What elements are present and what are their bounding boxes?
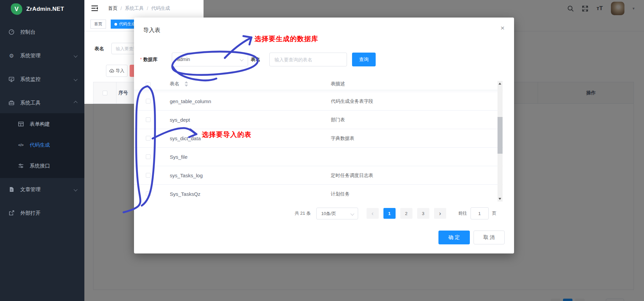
sidebar-item-dashboard[interactable]: 控制台 xyxy=(0,23,84,41)
breadcrumb: 首页 / 系统工具 / 代码生成 xyxy=(108,0,170,17)
external-link-icon xyxy=(8,210,15,216)
sidebar-item-system-api[interactable]: 系统接口 xyxy=(0,156,84,175)
code-icon: </> xyxy=(18,142,24,148)
dialog-title: 导入表 xyxy=(143,26,160,34)
row-checkbox[interactable] xyxy=(146,173,151,178)
row-table-desc: 计划任务 xyxy=(331,185,350,202)
cloud-upload-icon xyxy=(109,69,114,73)
row-checkbox[interactable] xyxy=(146,191,151,196)
chevron-down-icon xyxy=(74,187,77,191)
brand-logo-icon: V xyxy=(11,3,22,15)
sidebar-item-label: 系统管理 xyxy=(20,53,41,59)
pagination-unit-label: 页 xyxy=(492,210,497,216)
pagination-page-3[interactable]: 3 xyxy=(417,208,429,219)
sidebar-item-system-monitor[interactable]: 系统监控 xyxy=(0,70,84,89)
database-select-value: admin xyxy=(177,53,190,66)
sidebar-collapse-icon[interactable] xyxy=(91,5,98,13)
import-table-dialog: 导入表 × *数据库 admin 表名 查询 表名 表描述 gen_table_… xyxy=(134,18,514,253)
tag-code-generation-label: 代码生成 xyxy=(119,21,135,27)
sidebar: V ZrAdmin.NET 控制台 ⚙ 系统管理 系统监控 系统工具 表单构建 xyxy=(0,0,84,301)
pagination-next-button[interactable]: › xyxy=(434,208,446,219)
page-query-label: 表名 xyxy=(95,46,104,52)
scroll-down-icon[interactable] xyxy=(499,198,501,200)
col-table-name[interactable]: 表名 xyxy=(170,81,179,87)
row-table-name: Sys_TasksQz xyxy=(170,185,200,202)
dashboard-icon xyxy=(8,29,15,35)
col-table-desc: 表描述 xyxy=(331,81,345,87)
app-screen: 首页 / 系统工具 / 代码生成 тT ▾ 首页 代码生成 表 xyxy=(0,0,644,301)
dialog-table-body: gen_table_column 代码生成业务表字段 sys_dept 部门表 … xyxy=(134,90,503,202)
page-col-index: 序号 xyxy=(118,90,128,96)
sidebar-item-label: 控制台 xyxy=(20,29,35,35)
table-scrollbar[interactable] xyxy=(498,81,503,202)
close-icon[interactable]: × xyxy=(501,24,505,31)
chevron-down-icon xyxy=(74,54,77,57)
chevron-down-icon xyxy=(350,212,354,215)
import-button[interactable]: 导入 xyxy=(106,65,128,77)
breadcrumb-separator: / xyxy=(120,6,122,11)
row-checkbox[interactable] xyxy=(146,99,151,103)
sliders-icon xyxy=(18,162,24,169)
select-all-checkbox[interactable] xyxy=(146,82,151,87)
sort-carets-icon[interactable] xyxy=(185,81,188,88)
row-checkbox[interactable] xyxy=(146,117,151,122)
row-table-name: gen_table_column xyxy=(170,92,211,111)
row-checkbox[interactable] xyxy=(146,136,151,141)
sidebar-item-code-generation[interactable]: </> 代码生成 xyxy=(0,136,84,154)
page-size-select[interactable]: 10条/页 xyxy=(316,208,358,219)
row-table-name: sys_dict_data xyxy=(170,129,201,148)
pagination-goto-label: 前往 xyxy=(458,210,467,216)
sidebar-item-label: 表单构建 xyxy=(30,121,50,127)
table-name-label: 表名 xyxy=(251,53,260,66)
monitor-icon xyxy=(8,76,15,83)
sidebar-item-label: 文章管理 xyxy=(20,186,41,193)
tag-home[interactable]: 首页 xyxy=(90,20,106,29)
brand-name: ZrAdmin.NET xyxy=(26,6,64,12)
brand-area[interactable]: V ZrAdmin.NET xyxy=(0,0,84,18)
scrollbar-thumb[interactable] xyxy=(498,117,503,154)
document-icon xyxy=(8,186,15,193)
table-row[interactable]: sys_dict_data 字典数据表 xyxy=(134,129,503,148)
column-divider xyxy=(116,82,116,104)
row-table-desc: 代码生成业务表字段 xyxy=(331,92,373,111)
table-name-input[interactable] xyxy=(269,53,347,66)
search-button[interactable]: 查询 xyxy=(352,53,376,66)
scroll-up-icon[interactable] xyxy=(499,83,501,85)
table-row[interactable]: sys_Tasks_log 定时任务调度日志表 xyxy=(134,166,503,185)
pagination-total: 共 21 条 xyxy=(295,210,311,216)
table-row[interactable]: sys_dept 部门表 xyxy=(134,111,503,129)
pagination-page-1[interactable]: 1 xyxy=(383,208,396,219)
sidebar-item-system-tools[interactable]: 系统工具 xyxy=(0,93,84,112)
import-button-label: 导入 xyxy=(116,68,125,74)
table-row[interactable]: gen_table_column 代码生成业务表字段 xyxy=(134,92,503,111)
pagination-page-2[interactable]: 2 xyxy=(400,208,412,219)
pagination-prev-button[interactable]: ‹ xyxy=(367,208,379,219)
table-row[interactable]: Sys_file xyxy=(134,148,503,166)
sidebar-item-system-management[interactable]: ⚙ 系统管理 xyxy=(0,46,84,65)
database-select[interactable]: admin xyxy=(172,53,248,66)
active-tag-dot xyxy=(114,23,117,26)
row-checkbox[interactable] xyxy=(146,154,151,159)
sidebar-item-form-builder[interactable]: 表单构建 xyxy=(0,115,84,133)
breadcrumb-page: 代码生成 xyxy=(151,5,170,11)
sidebar-item-label: 系统监控 xyxy=(20,76,41,83)
system-tools-submenu: 表单构建 </> 代码生成 系统接口 xyxy=(0,113,84,178)
breadcrumb-section: 系统工具 xyxy=(125,5,144,11)
database-label: *数据库 xyxy=(140,53,157,66)
pagination-goto-input[interactable] xyxy=(471,207,489,219)
table-row[interactable]: Sys_TasksQz 计划任务 xyxy=(134,185,503,202)
sidebar-item-label: 代码生成 xyxy=(30,142,50,148)
chevron-down-icon xyxy=(240,57,243,61)
dialog-pagination: 共 21 条 10条/页 ‹ 1 2 3 › 前往 页 xyxy=(295,207,497,219)
sidebar-item-external-link[interactable]: 外部打开 xyxy=(0,204,84,222)
confirm-button[interactable]: 确 定 xyxy=(438,231,470,244)
cancel-button[interactable]: 取 消 xyxy=(474,231,505,244)
select-all-checkbox[interactable] xyxy=(103,91,107,95)
row-table-name: sys_Tasks_log xyxy=(170,166,203,185)
sidebar-item-articles[interactable]: 文章管理 xyxy=(0,180,84,199)
breadcrumb-home[interactable]: 首页 xyxy=(108,5,117,11)
row-table-name: sys_dept xyxy=(170,111,190,129)
dialog-table-header: 表名 表描述 xyxy=(134,79,503,90)
row-table-desc: 字典数据表 xyxy=(331,129,354,148)
row-table-desc: 定时任务调度日志表 xyxy=(331,166,373,185)
